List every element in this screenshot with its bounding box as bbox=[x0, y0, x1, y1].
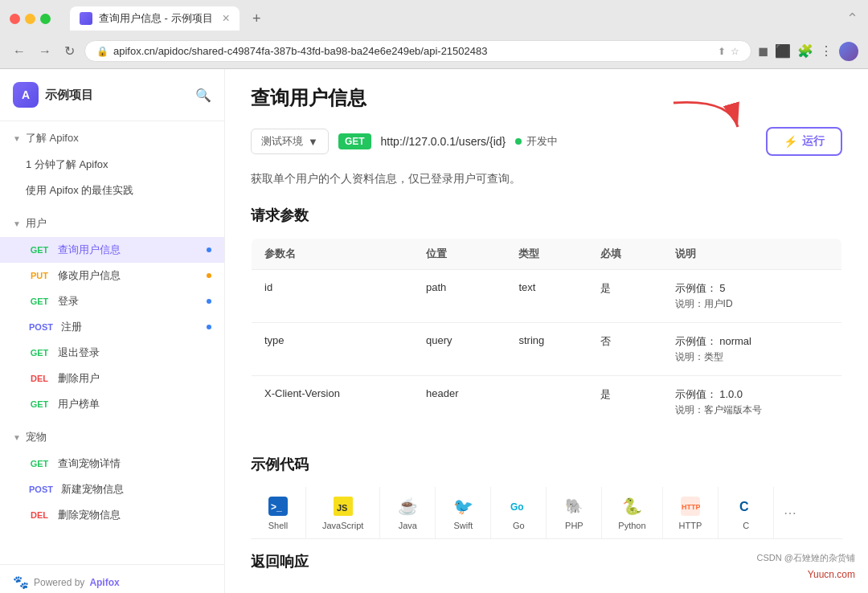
response-section-title: 返回响应 bbox=[251, 539, 842, 571]
section-arrow-pets: ▼ bbox=[13, 433, 21, 442]
status-indicator: 开发中 bbox=[515, 134, 558, 149]
logo-icon: A bbox=[13, 82, 39, 108]
section-users: ▼ 用户 GET 查询用户信息 PUT 修改用户信息 GET 登录 POST 注… bbox=[0, 207, 224, 420]
tab-close-btn[interactable]: × bbox=[223, 11, 230, 26]
nav-item-delete-user[interactable]: DEL 删除用户 bbox=[0, 366, 224, 391]
section-learn-header[interactable]: ▼ 了解 Apifox bbox=[0, 125, 224, 152]
env-selector[interactable]: 测试环境 ▼ bbox=[251, 129, 329, 154]
status-dot-green bbox=[515, 138, 522, 145]
extension-icon-2[interactable]: ⬛ bbox=[775, 43, 791, 59]
python-label: Python bbox=[618, 521, 645, 530]
svg-text:>_: >_ bbox=[271, 501, 282, 513]
dot-yellow[interactable] bbox=[25, 14, 35, 24]
code-tab-python[interactable]: 🐍 Python bbox=[602, 487, 662, 538]
address-bar[interactable]: 🔒 apifox.cn/apidoc/shared-c49874fa-387b-… bbox=[84, 40, 751, 62]
browser-tab[interactable]: 查询用户信息 - 示例项目 × bbox=[70, 6, 240, 31]
table-row: X-Client-Version header 是 示例值： 1.0.0 说明：… bbox=[252, 376, 842, 429]
sidebar-header: A 示例项目 🔍 bbox=[0, 69, 224, 121]
section-pets-header[interactable]: ▼ 宠物 bbox=[0, 423, 224, 451]
param-example-type: 示例值： normal bbox=[675, 334, 829, 349]
http-icon: HTTP bbox=[679, 495, 702, 517]
nav-label-delete-user: 删除用户 bbox=[58, 371, 100, 386]
bookmark-icon[interactable]: ☆ bbox=[731, 46, 739, 57]
param-location-type: query bbox=[413, 323, 506, 376]
api-bar: 测试环境 ▼ GET http://127.0.0.1/users/{id} 开… bbox=[251, 127, 842, 156]
code-tab-go[interactable]: Go Go bbox=[491, 487, 547, 538]
share-icon[interactable]: ⬆ bbox=[718, 46, 726, 57]
browser-dots bbox=[10, 14, 51, 24]
nav-item-leaderboard[interactable]: GET 用户榜单 bbox=[0, 391, 224, 417]
menu-icon[interactable]: ⋮ bbox=[820, 43, 833, 59]
browser-actions: ◼ ⬛ 🧩 ⋮ bbox=[758, 42, 858, 61]
php-label: PHP bbox=[565, 521, 583, 530]
nav-item-modify-user[interactable]: PUT 修改用户信息 bbox=[0, 263, 224, 288]
dot-red[interactable] bbox=[10, 14, 20, 24]
extension-icon-1[interactable]: ◼ bbox=[758, 43, 768, 59]
status-text: 开发中 bbox=[526, 134, 558, 149]
param-example-id: 示例值： 5 bbox=[675, 281, 829, 296]
profile-avatar[interactable] bbox=[839, 42, 858, 61]
param-required-type: 否 bbox=[588, 323, 661, 376]
refresh-btn[interactable]: ↻ bbox=[61, 40, 78, 62]
powered-by: 🐾 Powered by Apifox bbox=[0, 564, 224, 593]
back-btn[interactable]: ← bbox=[10, 41, 29, 62]
browser-chrome: 查询用户信息 - 示例项目 × + ⌃ ← → ↻ 🔒 apifox.cn/ap… bbox=[0, 0, 868, 69]
more-tabs-btn[interactable]: ⋯ bbox=[774, 487, 806, 538]
col-required: 必填 bbox=[588, 239, 661, 270]
powered-text: Powered by bbox=[34, 577, 84, 588]
svg-text:Go: Go bbox=[510, 501, 524, 513]
nav-item-login[interactable]: GET 登录 bbox=[0, 288, 224, 314]
section-users-header[interactable]: ▼ 用户 bbox=[0, 210, 224, 237]
col-param-name: 参数名 bbox=[252, 239, 413, 270]
csdn-watermark: CSDN @石矬矬的杂货铺 bbox=[757, 552, 855, 564]
param-note-type: 说明：类型 bbox=[675, 350, 829, 364]
code-tab-shell[interactable]: >_ Shell bbox=[251, 487, 306, 538]
nav-item-query-user[interactable]: GET 查询用户信息 bbox=[0, 237, 224, 263]
status-dot-4 bbox=[207, 325, 211, 329]
nav-item-minute-label: 1 分钟了解 Apifox bbox=[26, 157, 108, 172]
nav-item-create-pet[interactable]: POST 新建宠物信息 bbox=[0, 476, 224, 502]
svg-text:HTTP: HTTP bbox=[682, 503, 700, 511]
java-icon: ☕ bbox=[396, 495, 419, 517]
code-tab-php[interactable]: 🐘 PHP bbox=[547, 487, 602, 538]
code-tab-java[interactable]: ☕ Java bbox=[380, 487, 436, 538]
code-tab-swift[interactable]: 🐦 Swift bbox=[436, 487, 491, 538]
code-tabs: >_ Shell JS JavaScript ☕ Java 🐦 Swift bbox=[251, 487, 842, 539]
dot-green[interactable] bbox=[40, 14, 51, 24]
lock-icon: 🔒 bbox=[96, 46, 108, 57]
param-note-version: 说明：客户端版本号 bbox=[675, 403, 829, 417]
search-btn[interactable]: 🔍 bbox=[195, 88, 211, 103]
run-button[interactable]: ⚡ 运行 bbox=[766, 127, 842, 156]
nav-label-create-pet: 新建宠物信息 bbox=[61, 482, 124, 497]
method-badge-post: POST bbox=[26, 321, 56, 333]
param-name-type: type bbox=[252, 323, 413, 376]
nav-item-delete-pet[interactable]: DEL 删除宠物信息 bbox=[0, 502, 224, 528]
code-tab-http[interactable]: HTTP HTTP bbox=[663, 487, 719, 538]
nav-label-login: 登录 bbox=[58, 294, 79, 309]
js-label: JavaScript bbox=[322, 521, 363, 530]
nav-item-minute[interactable]: 1 分钟了解 Apifox bbox=[0, 152, 224, 178]
new-tab-btn[interactable]: + bbox=[252, 10, 261, 27]
section-arrow-users: ▼ bbox=[13, 219, 21, 228]
swift-icon: 🐦 bbox=[452, 495, 474, 517]
svg-text:JS: JS bbox=[337, 503, 347, 513]
code-tab-c[interactable]: C C bbox=[719, 487, 774, 538]
js-icon: JS bbox=[332, 495, 354, 517]
col-type: 类型 bbox=[506, 239, 588, 270]
section-learn: ▼ 了解 Apifox 1 分钟了解 Apifox 使用 Apifox 的最佳实… bbox=[0, 121, 224, 207]
tab-title: 查询用户信息 - 示例项目 bbox=[99, 11, 213, 26]
code-tab-js[interactable]: JS JavaScript bbox=[306, 487, 380, 538]
nav-item-query-pet[interactable]: GET 查询宠物详情 bbox=[0, 451, 224, 476]
param-desc-type: 示例值： normal 说明：类型 bbox=[662, 323, 842, 376]
project-name: 示例项目 bbox=[45, 88, 93, 103]
param-location-id: path bbox=[413, 270, 506, 323]
section-learn-label: 了解 Apifox bbox=[26, 131, 79, 145]
url-text: apifox.cn/apidoc/shared-c49874fa-387b-43… bbox=[113, 45, 713, 57]
extensions-icon[interactable]: 🧩 bbox=[797, 43, 813, 59]
nav-item-register[interactable]: POST 注册 bbox=[0, 314, 224, 340]
section-pets: ▼ 宠物 GET 查询宠物详情 POST 新建宠物信息 DEL 删除宠物信息 bbox=[0, 420, 224, 531]
nav-item-practice[interactable]: 使用 Apifox 的最佳实践 bbox=[0, 178, 224, 203]
nav-item-logout[interactable]: GET 退出登录 bbox=[0, 340, 224, 366]
forward-btn[interactable]: → bbox=[35, 41, 55, 62]
param-required-id: 是 bbox=[588, 270, 661, 323]
